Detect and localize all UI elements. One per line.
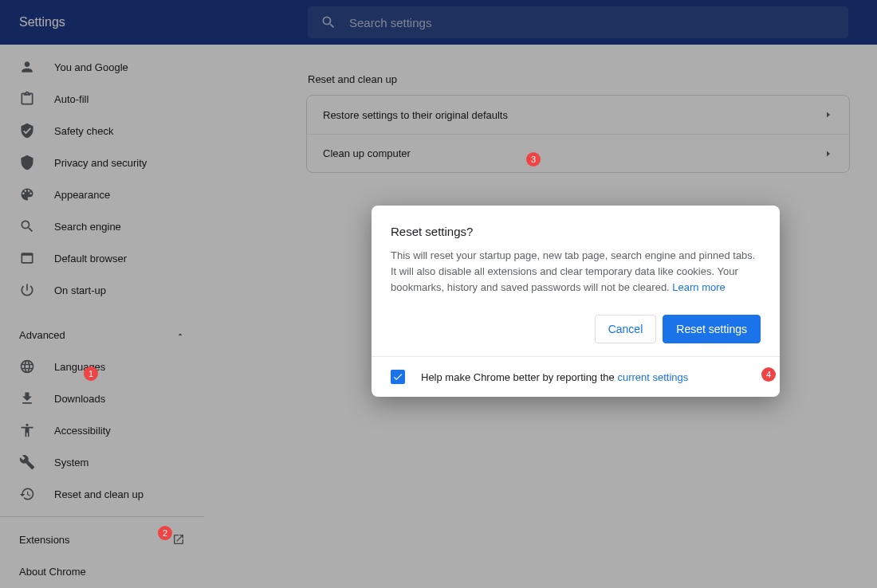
cancel-button[interactable]: Cancel [595, 315, 657, 343]
report-checkbox[interactable] [391, 370, 405, 384]
annotation-2: 2 [158, 526, 172, 540]
reset-settings-dialog: Reset settings? This will reset your sta… [372, 206, 780, 397]
current-settings-link[interactable]: current settings [617, 371, 688, 383]
dialog-body: This will reset your startup page, new t… [372, 248, 780, 315]
dialog-title: Reset settings? [372, 206, 780, 248]
annotation-3: 3 [526, 152, 541, 167]
dialog-footer-text: Help make Chrome better by reporting the… [421, 371, 688, 383]
annotation-1: 1 [84, 367, 98, 381]
reset-settings-button[interactable]: Reset settings [663, 315, 761, 343]
learn-more-link[interactable]: Learn more [672, 281, 725, 293]
dialog-footer: Help make Chrome better by reporting the… [372, 356, 780, 397]
annotation-4: 4 [761, 367, 776, 382]
dialog-actions: Cancel Reset settings [372, 315, 780, 356]
check-icon [392, 371, 403, 382]
